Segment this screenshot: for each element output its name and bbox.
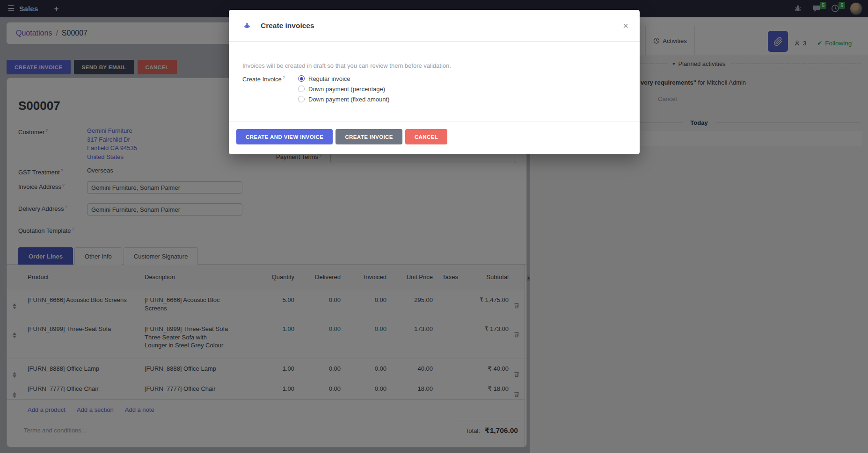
dialog-footer: CREATE AND VIEW INVOICE CREATE INVOICE C… xyxy=(229,122,640,154)
radio-regular-invoice[interactable] xyxy=(298,75,305,82)
option-down-payment-fixed[interactable]: Down payment (fixed amount) xyxy=(298,95,389,103)
create-invoice-field: Create Invoice? Regular invoice Down pay… xyxy=(242,74,626,103)
bug-icon xyxy=(243,22,251,29)
odoo-window: ☰ Sales + 5 5 Quotations / S00007 CREATE… xyxy=(0,0,868,453)
radio-down-payment-percentage[interactable] xyxy=(298,86,305,92)
close-icon[interactable]: × xyxy=(619,19,632,32)
dialog-title: Create invoices xyxy=(261,22,314,30)
dialog-cancel-button[interactable]: CANCEL xyxy=(405,129,447,144)
invoice-type-options: Regular invoice Down payment (percentage… xyxy=(298,74,389,103)
radio-down-payment-fixed[interactable] xyxy=(298,96,305,102)
create-invoice-confirm-button[interactable]: CREATE INVOICE xyxy=(336,129,402,144)
dialog-header: Create invoices × xyxy=(229,10,640,42)
option-regular-invoice[interactable]: Regular invoice xyxy=(298,74,389,83)
create-invoices-dialog: Create invoices × Invoices will be creat… xyxy=(229,10,640,154)
help-mark: ? xyxy=(283,75,285,80)
create-and-view-invoice-button[interactable]: CREATE AND VIEW INVOICE xyxy=(236,129,333,144)
dialog-info-text: Invoices will be created in draft so tha… xyxy=(242,62,626,69)
create-invoice-field-label: Create Invoice? xyxy=(242,74,298,103)
dialog-body: Invoices will be created in draft so tha… xyxy=(229,42,640,103)
option-down-payment-percentage[interactable]: Down payment (percentage) xyxy=(298,85,389,93)
